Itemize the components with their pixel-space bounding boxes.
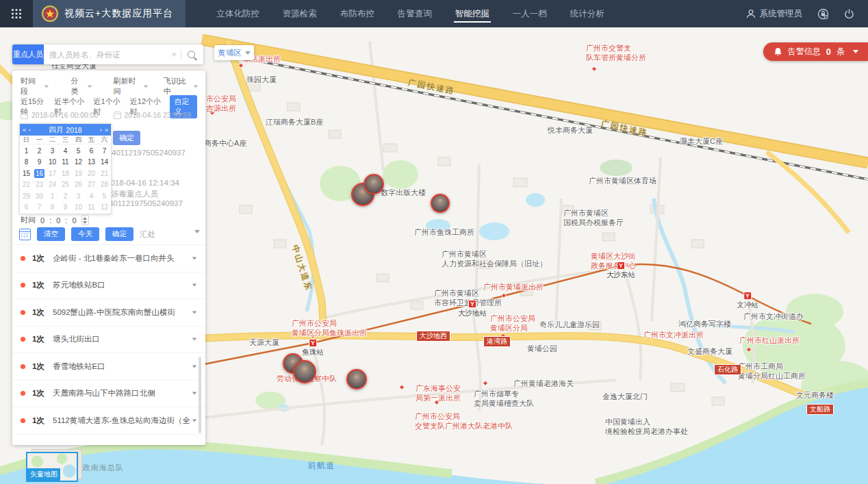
calendar-day[interactable]: 10 bbox=[73, 203, 84, 212]
calendar-day[interactable]: 2 bbox=[60, 192, 71, 201]
menu-item[interactable]: 一人一档 bbox=[501, 0, 559, 27]
filter-dropdown[interactable]: 飞识比中 bbox=[164, 76, 199, 97]
calendar-day[interactable]: 18 bbox=[60, 169, 71, 178]
calendar-day[interactable]: 10 bbox=[47, 157, 58, 166]
end-datetime[interactable]: 2018-04-16 23:59:59 bbox=[125, 111, 192, 119]
calendar-grid-button[interactable] bbox=[19, 229, 31, 240]
menu-item[interactable]: 智能挖掘 bbox=[444, 0, 501, 27]
metro-station[interactable]: 大沙东站 bbox=[607, 262, 635, 280]
user-menu[interactable]: 系统管理员 bbox=[746, 8, 803, 20]
chevron-down-icon[interactable] bbox=[194, 230, 200, 233]
calendar-day[interactable]: 12 bbox=[99, 203, 110, 212]
calendar-day[interactable]: 7 bbox=[99, 147, 110, 155]
metro-station[interactable]: 鱼珠站 bbox=[302, 339, 324, 357]
minute-value[interactable]: 0 bbox=[56, 216, 60, 225]
menu-item[interactable]: 立体化防控 bbox=[205, 0, 271, 27]
chevron-down-icon[interactable] bbox=[192, 311, 196, 314]
clear-button[interactable]: 清空 bbox=[37, 227, 65, 241]
chevron-down-icon[interactable] bbox=[192, 338, 196, 341]
chevron-down-icon[interactable] bbox=[192, 365, 196, 368]
security-settings-button[interactable] bbox=[817, 8, 829, 20]
chevron-down-icon[interactable] bbox=[192, 284, 196, 287]
calendar-day[interactable]: 8 bbox=[21, 157, 31, 166]
next-month-icon[interactable]: › bbox=[100, 127, 102, 133]
location-row[interactable]: 1次 香雪地铁站E口 bbox=[12, 353, 205, 381]
calendar-day[interactable]: 13 bbox=[86, 157, 97, 166]
calendar-day[interactable]: 5 bbox=[73, 147, 84, 155]
confirm-button-secondary[interactable]: 确定 bbox=[113, 131, 140, 145]
start-datetime[interactable]: 2018-04-16 00:00:00 bbox=[31, 111, 99, 119]
location-row[interactable]: 1次 苏元地铁站B口 bbox=[12, 272, 205, 300]
location-row[interactable]: 1次 5112黄埔大道东-鱼珠总站向海边街（全） bbox=[12, 407, 205, 435]
calendar-day[interactable]: 4 bbox=[60, 147, 71, 155]
filter-dropdown[interactable]: 时间段 bbox=[21, 76, 49, 97]
menu-item[interactable]: 统计分析 bbox=[559, 0, 616, 27]
logout-button[interactable] bbox=[844, 9, 854, 19]
calendar-day[interactable]: 6 bbox=[21, 203, 31, 212]
calendar-day[interactable]: 1 bbox=[21, 147, 31, 155]
today-button[interactable]: 今天 bbox=[71, 227, 99, 241]
calendar-day[interactable]: 26 bbox=[73, 180, 84, 189]
calendar-day[interactable]: 3 bbox=[73, 192, 84, 201]
face-capture-marker[interactable] bbox=[293, 360, 316, 383]
calendar-day[interactable]: 15 bbox=[21, 169, 31, 178]
calendar-day[interactable]: 11 bbox=[86, 203, 97, 212]
chevron-down-icon[interactable] bbox=[192, 392, 196, 395]
prev-month-icon[interactable]: ‹ bbox=[29, 127, 31, 133]
chevron-down-icon[interactable] bbox=[192, 419, 196, 422]
location-row[interactable]: 1次 天麓南路与山下中路路口北侧 bbox=[12, 381, 205, 408]
calendar-day[interactable]: 21 bbox=[99, 169, 110, 178]
calendar-day[interactable]: 28 bbox=[99, 180, 110, 189]
year-select[interactable]: 2018 bbox=[66, 126, 81, 134]
calendar-day[interactable]: 17 bbox=[47, 169, 58, 178]
key-person-tag[interactable]: 重点人员 bbox=[12, 44, 44, 64]
calendar-day[interactable]: 24 bbox=[47, 180, 58, 189]
calendar-day[interactable]: 2 bbox=[34, 147, 44, 155]
calendar-day[interactable]: 29 bbox=[21, 192, 31, 201]
chevron-down-icon[interactable] bbox=[192, 257, 196, 259]
prev-year-icon[interactable]: « bbox=[23, 127, 26, 133]
calendar-day[interactable]: 16 bbox=[34, 169, 44, 178]
location-row[interactable]: 1次 5092蟹山路-中医院东南向蟹山横街 bbox=[12, 299, 205, 327]
calendar-day[interactable]: 7 bbox=[34, 203, 44, 212]
calendar-day[interactable]: 8 bbox=[47, 203, 58, 212]
second-value[interactable]: 0 bbox=[72, 216, 76, 225]
menu-item[interactable]: 资源检索 bbox=[271, 0, 329, 27]
district-dropdown[interactable]: 黄埔区 bbox=[214, 45, 254, 60]
calendar-day[interactable]: 22 bbox=[21, 180, 31, 189]
clear-icon[interactable]: × bbox=[167, 49, 181, 60]
filter-dropdown[interactable]: 刷新时间 bbox=[113, 76, 148, 97]
next-year-icon[interactable]: » bbox=[105, 127, 108, 133]
calendar-day[interactable]: 20 bbox=[86, 169, 97, 178]
minimap-switcher[interactable]: 矢量地图 bbox=[26, 452, 78, 482]
calendar-day[interactable]: 9 bbox=[60, 203, 71, 212]
metro-station[interactable]: 大沙地站 bbox=[458, 300, 487, 318]
calendar-day[interactable]: 6 bbox=[86, 147, 97, 155]
menu-item[interactable]: 布防布控 bbox=[329, 0, 386, 27]
search-icon[interactable] bbox=[188, 51, 195, 58]
calendar-day[interactable]: 9 bbox=[34, 157, 44, 166]
search-input[interactable] bbox=[44, 51, 167, 59]
calendar-day[interactable]: 25 bbox=[60, 180, 71, 189]
metro-station[interactable]: 文冲站 bbox=[737, 292, 758, 310]
menu-item[interactable]: 告警查询 bbox=[386, 0, 444, 27]
filter-dropdown[interactable]: 分类 bbox=[71, 76, 93, 97]
month-select[interactable]: 四月 bbox=[49, 125, 63, 135]
calendar-day[interactable]: 14 bbox=[99, 157, 110, 166]
calendar-day[interactable]: 11 bbox=[60, 157, 71, 166]
face-capture-marker[interactable] bbox=[431, 194, 450, 213]
apps-grid-button[interactable] bbox=[0, 0, 33, 27]
face-capture-marker[interactable] bbox=[346, 369, 367, 390]
face-capture-marker[interactable] bbox=[363, 174, 384, 194]
calendar-day[interactable]: 12 bbox=[73, 157, 84, 166]
calendar-day[interactable]: 19 bbox=[73, 169, 84, 178]
hour-value[interactable]: 0 bbox=[40, 216, 44, 225]
location-row[interactable]: 1次 企岭街 - 北1巷秦岭东一巷口向井头 bbox=[12, 245, 205, 272]
confirm-button[interactable]: 确定 bbox=[105, 227, 133, 241]
time-stepper[interactable] bbox=[81, 215, 89, 225]
location-row[interactable]: 1次 塘头北街出口 bbox=[12, 327, 205, 354]
calendar-day[interactable]: 27 bbox=[86, 180, 97, 189]
panel-scrollbar[interactable] bbox=[199, 357, 201, 433]
calendar-day[interactable]: 30 bbox=[34, 192, 44, 201]
alert-info-pill[interactable]: 告警信息 0 条 bbox=[763, 42, 868, 61]
